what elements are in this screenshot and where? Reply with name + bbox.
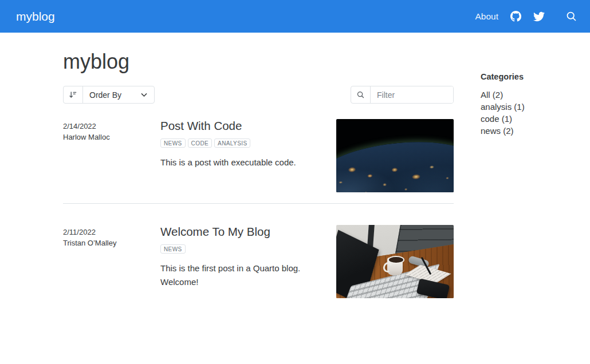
post-tags: NEWS CODE ANALYSIS <box>160 139 322 148</box>
post-body: Welcome To My Blog NEWS This is the firs… <box>160 225 336 298</box>
post-thumbnail-desk[interactable] <box>336 225 454 298</box>
listing-main: myblog Order By <box>63 33 454 298</box>
order-by-label: Order By <box>89 90 121 100</box>
city-lights <box>336 134 454 192</box>
post-description: This is a post with executable code. <box>160 156 322 169</box>
post-author: Tristan O’Malley <box>63 238 160 248</box>
post-body: Post With Code NEWS CODE ANALYSIS This i… <box>160 119 336 192</box>
tag-analysis[interactable]: ANALYSIS <box>214 139 250 148</box>
post-meta: 2/11/2022 Tristan O’Malley <box>63 225 160 298</box>
post-title-link[interactable]: Post With Code <box>160 119 322 133</box>
category-news[interactable]: news (2) <box>481 125 584 137</box>
github-icon[interactable] <box>510 11 521 22</box>
filter-control <box>351 86 454 104</box>
filter-search-icon <box>351 86 371 103</box>
tag-code[interactable]: CODE <box>188 139 213 148</box>
post-date: 2/11/2022 <box>63 227 160 238</box>
post-title-link[interactable]: Welcome To My Blog <box>160 225 322 239</box>
post-divider <box>63 203 454 204</box>
post-description: This is the first post in a Quarto blog.… <box>160 262 322 289</box>
tag-news[interactable]: NEWS <box>160 244 186 254</box>
nav-link-about[interactable]: About <box>475 11 498 22</box>
navbar: myblog About <box>0 0 590 33</box>
order-by-control[interactable]: Order By <box>63 86 155 104</box>
categories-title: Categories <box>481 72 584 81</box>
earth-image <box>336 134 454 192</box>
category-code[interactable]: code (1) <box>481 113 584 125</box>
category-analysis[interactable]: analysis (1) <box>481 101 584 113</box>
coffee-mug <box>387 258 403 275</box>
categories-list: All (2) analysis (1) code (1) news (2) <box>481 89 584 137</box>
post-listing-item: 2/11/2022 Tristan O’Malley Welcome To My… <box>63 225 454 298</box>
post-date: 2/14/2022 <box>63 121 160 132</box>
filter-input[interactable] <box>371 86 453 103</box>
post-author: Harlow Malloc <box>63 132 160 143</box>
post-thumbnail-earth[interactable] <box>336 119 454 192</box>
listing-controls: Order By <box>63 86 454 104</box>
categories-sidebar: Categories All (2) analysis (1) code (1)… <box>481 33 584 298</box>
chevron-down-icon <box>140 91 148 98</box>
twitter-icon[interactable] <box>533 11 545 22</box>
navbar-right: About <box>475 10 577 22</box>
search-icon[interactable] <box>565 10 577 22</box>
category-all[interactable]: All (2) <box>481 89 584 101</box>
page-container: myblog Order By <box>0 33 590 298</box>
tag-news[interactable]: NEWS <box>160 139 186 148</box>
post-listing-item: 2/14/2022 Harlow Malloc Post With Code N… <box>63 119 454 192</box>
post-meta: 2/14/2022 Harlow Malloc <box>63 119 160 192</box>
sort-icon <box>64 86 83 103</box>
post-tags: NEWS <box>160 244 322 254</box>
page-title: myblog <box>63 49 454 74</box>
navbar-brand[interactable]: myblog <box>16 10 55 23</box>
order-by-select[interactable]: Order By <box>83 86 154 103</box>
